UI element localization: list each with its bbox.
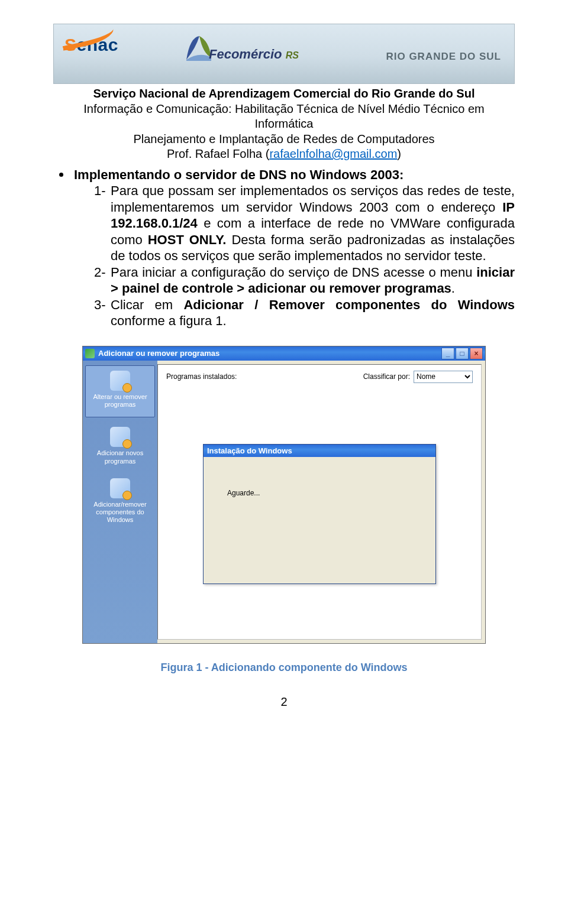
sidebar-item-change-remove[interactable]: Alterar ou remover programas [85,365,155,417]
minimize-button[interactable]: _ [441,348,454,359]
fecomercio-rs: RS [286,50,299,60]
modal-area: Instalação do Windows Aguarde... [158,393,481,639]
windows-components-icon [110,478,130,498]
document-body: Implementando o servidor de DNS no Windo… [53,167,515,329]
header-line-3: Planejamento e Implantação de Redes de C… [53,132,515,147]
fecomercio-logo: Fecomércio RS [178,30,344,77]
figure-1-screenshot: Adicionar ou remover programas _ □ × Alt… [82,346,486,644]
window-icon [85,349,95,358]
bullet-icon [59,173,63,177]
header-banner: Senac Fecomércio RS RIO GRANDE DO SUL [53,24,515,84]
sort-by-select[interactable]: Nome [414,371,473,383]
add-new-icon [110,427,130,447]
list-item: 1- Para que possam ser implementados os … [94,183,515,264]
sidebar-item-add-new[interactable]: Adicionar novos programas [83,422,157,473]
change-remove-icon [110,371,130,391]
page-number: 2 [53,695,515,709]
maximize-button[interactable]: □ [456,348,469,359]
fecomercio-text: Fecomércio [209,47,282,61]
sidebar-item-windows-components[interactable]: Adicionar/remover componentes do Windows [83,474,157,533]
window-title: Adicionar ou remover programas [98,349,440,358]
installed-programs-label: Programas instalados: [166,372,237,381]
sort-by-label: Classificar por: [363,372,410,381]
list-item: 3- Clicar em Adicionar / Remover compone… [94,297,515,329]
author-email-link[interactable]: rafaelnfolha@gmail.com [269,147,397,160]
rio-grande-do-sul-text: RIO GRANDE DO SUL [386,51,501,63]
document-header: Serviço Nacional de Aprendizagem Comerci… [53,86,515,162]
figure-caption: Figura 1 - Adicionando componente do Win… [53,662,515,674]
header-line-2: Informação e Comunicação: Habilitação Té… [53,102,515,132]
senac-logo: Senac [64,35,118,55]
section-title: Implementando o servidor de DNS no Windo… [74,167,404,182]
close-button[interactable]: × [470,348,483,359]
sidebar: Alterar ou remover programas Adicionar n… [83,361,157,643]
list-item: 2- Para iniciar a configuração do serviç… [94,264,515,297]
dialog-body-text: Aguarde... [204,457,435,583]
windows-setup-dialog: Instalação do Windows Aguarde... [203,444,436,584]
dialog-title: Instalação do Windows [204,445,435,457]
main-pane: Programas instalados: Classificar por: N… [157,364,482,640]
window-titlebar: Adicionar ou remover programas _ □ × [83,346,485,361]
header-line-1: Serviço Nacional de Aprendizagem Comerci… [53,86,515,102]
header-line-4: Prof. Rafael Folha (rafaelnfolha@gmail.c… [53,147,515,162]
